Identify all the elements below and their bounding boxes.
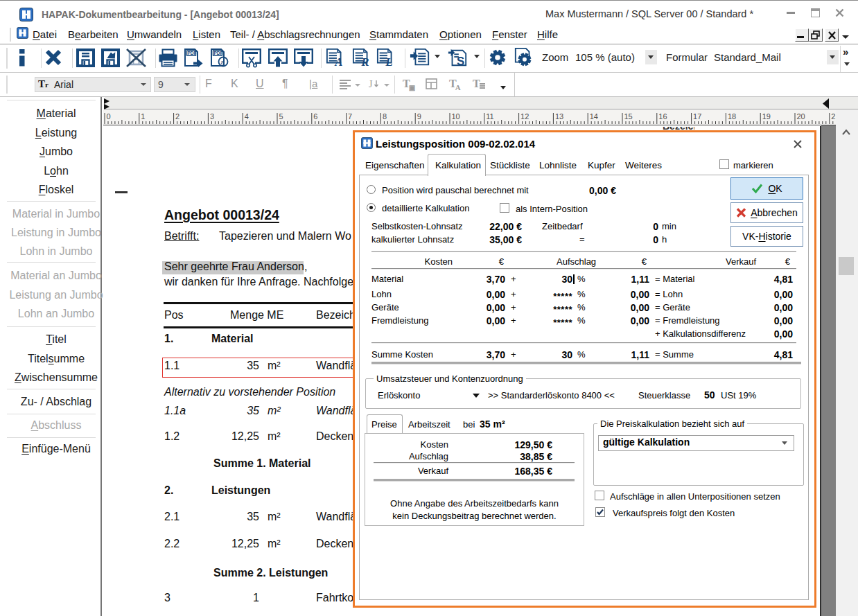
svg-text:L: L — [385, 55, 392, 68]
svg-text:PDF: PDF — [188, 51, 197, 55]
svg-text:PDF: PDF — [214, 51, 223, 55]
svg-text:7: 7 — [348, 112, 352, 121]
svg-text:4: 4 — [245, 112, 249, 121]
svg-text:R: R — [360, 55, 369, 68]
svg-text:21: 21 — [831, 112, 836, 121]
svg-text:19: 19 — [762, 112, 771, 121]
svg-text:20: 20 — [797, 112, 805, 121]
svg-text:6: 6 — [313, 112, 317, 121]
svg-text:S: S — [457, 55, 464, 68]
svg-text:J: J — [369, 79, 373, 89]
svg-text:1: 1 — [141, 112, 145, 121]
svg-text:17: 17 — [693, 112, 701, 121]
svg-text:11: 11 — [486, 112, 493, 121]
svg-text:8: 8 — [383, 112, 387, 121]
svg-text:2: 2 — [175, 112, 180, 121]
svg-text:9: 9 — [417, 112, 421, 121]
svg-text:3: 3 — [210, 112, 214, 121]
svg-text:14: 14 — [590, 112, 598, 121]
svg-text:10: 10 — [452, 112, 460, 121]
svg-text:A: A — [334, 55, 342, 68]
svg-text:16: 16 — [658, 112, 667, 121]
svg-text:5: 5 — [279, 112, 283, 121]
svg-text:12: 12 — [520, 112, 529, 121]
svg-text:0: 0 — [107, 112, 111, 121]
svg-text:13: 13 — [555, 112, 563, 121]
svg-text:a: a — [221, 59, 225, 66]
svg-text:18: 18 — [728, 112, 736, 121]
svg-text:15: 15 — [624, 112, 633, 121]
